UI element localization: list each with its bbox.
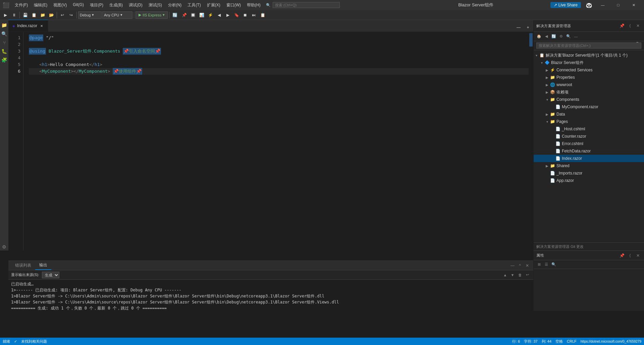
editor-expand-btn[interactable]: + xyxy=(524,23,532,31)
toolbar-icon-btn4[interactable]: ⚡ xyxy=(206,11,214,19)
search-input[interactable] xyxy=(273,2,340,8)
se-search-input[interactable] xyxy=(536,43,641,49)
se-pin-btn[interactable]: 📌 xyxy=(619,22,625,29)
toolbar-icon-btn5[interactable]: ◀ xyxy=(215,11,223,19)
editor-collapse-btn[interactable]: — xyxy=(515,23,523,31)
toolbar-icon-btn2[interactable]: 🔲 xyxy=(189,11,197,19)
toolbar-icon-btn6[interactable]: ▶ xyxy=(224,11,232,19)
data-node[interactable]: ▶ 📁 Data xyxy=(534,111,644,118)
activity-extensions[interactable]: 🧩 xyxy=(1,56,8,64)
toolbar-icon-btn7[interactable]: 🔖 xyxy=(232,11,240,19)
undo-button[interactable]: ↩ xyxy=(58,11,66,19)
debug-config-dropdown[interactable]: Debug ▾ xyxy=(78,11,102,19)
app-razor-node[interactable]: 📄 App.razor xyxy=(534,177,644,184)
output-wrap-btn[interactable]: ↩ xyxy=(524,272,531,278)
status-line[interactable]: 行: 6 xyxy=(512,339,520,344)
components-node[interactable]: ▾ 📁 Components xyxy=(534,96,644,103)
menu-view[interactable]: 视图(V) xyxy=(51,2,69,9)
maximize-button[interactable]: □ xyxy=(610,0,626,10)
user-avatar[interactable]: 🐼 xyxy=(586,2,592,8)
status-encoding[interactable]: CRLF xyxy=(567,339,577,343)
tab-error-list[interactable]: 错误列表 xyxy=(11,261,35,270)
close-button[interactable]: ✕ xyxy=(626,0,641,10)
menu-build[interactable]: 生成(B) xyxy=(107,2,125,9)
toolbar-run-btn[interactable]: ▶ xyxy=(1,11,9,19)
pages-node[interactable]: ▾ 📁 Pages xyxy=(534,118,644,125)
solution-node[interactable]: ▾ 📋 解决方案'Blazor Server组件'(1 个项目/共 1 个) xyxy=(534,52,644,59)
toolbar-icon-btn1[interactable]: 📌 xyxy=(180,11,188,19)
toolbar-icon-btn3[interactable]: 📊 xyxy=(198,11,206,19)
se-back-btn[interactable]: ◀ xyxy=(543,33,550,40)
toolbar-save-btn[interactable]: 💾 xyxy=(21,11,29,19)
toolbar-btn4[interactable]: 📂 xyxy=(47,11,55,19)
se-filter-btn[interactable]: 🔍 xyxy=(565,33,572,40)
output-down-btn[interactable]: ▼ xyxy=(509,272,516,278)
menu-file[interactable]: 文件(F) xyxy=(12,2,31,9)
error-cshtml-node[interactable]: 📄 Error.cshtml xyxy=(534,140,644,147)
index-razor-node[interactable]: 📄 Index.razor xyxy=(534,155,644,162)
tab-index-razor[interactable]: ◈ Index.razor ✕ xyxy=(8,20,48,31)
mycomponent-razor-node[interactable]: 📄 MyComponent.razor xyxy=(534,103,644,111)
output-clear-btn[interactable]: 🗑 xyxy=(517,272,523,278)
fetchdata-razor-node[interactable]: 📄 FetchData.razor xyxy=(534,147,644,155)
se-refresh-btn[interactable]: 🔄 xyxy=(550,33,557,40)
status-char[interactable]: 字符: 37 xyxy=(524,339,537,344)
bottom-close-btn[interactable]: ✕ xyxy=(524,262,531,269)
prop-pin-btn[interactable]: 📌 xyxy=(619,252,625,259)
counter-razor-node[interactable]: 📄 Counter.razor xyxy=(534,133,644,140)
activity-git[interactable]: ⑂ xyxy=(1,39,8,46)
connected-services-node[interactable]: ▶ ⚡ Connected Services xyxy=(534,66,644,74)
output-up-btn[interactable]: ▲ xyxy=(502,272,508,278)
toolbar-save-all-btn[interactable]: 📋 xyxy=(30,11,38,19)
prop-list-btn[interactable]: ☰ xyxy=(543,261,550,268)
activity-search[interactable]: 🔍 xyxy=(1,30,8,38)
menu-extensions[interactable]: 扩展(X) xyxy=(204,2,223,9)
toolbar-refresh-btn[interactable]: 🔄 xyxy=(171,11,179,19)
bottom-collapse-btn[interactable]: — xyxy=(509,262,516,269)
host-cshtml-node[interactable]: 📄 _Host.cshtml xyxy=(534,125,644,133)
bottom-expand-btn[interactable]: ^ xyxy=(517,262,523,269)
status-col[interactable]: 列: 44 xyxy=(542,339,551,344)
menu-project[interactable]: 项目(P) xyxy=(87,2,106,9)
code-editor[interactable]: 1 2 3 4 5 6 @page "/" @using Blazor_Serv… xyxy=(8,32,533,251)
prop-arrow-btn[interactable]: ⟨ xyxy=(627,252,633,259)
menu-window[interactable]: 窗口(W) xyxy=(224,2,244,9)
cpu-config-dropdown[interactable]: Any CPU ▾ xyxy=(102,11,132,19)
toolbar-icon-btn8[interactable]: ⏹ xyxy=(241,11,249,19)
toolbar-btn3[interactable]: 📁 xyxy=(39,11,47,19)
menu-test[interactable]: 测试(S) xyxy=(146,2,165,9)
toolbar-icon-btn10[interactable]: 📋 xyxy=(259,11,267,19)
activity-debug[interactable]: 🐛 xyxy=(1,48,8,55)
activity-explorer[interactable]: 📁 xyxy=(1,21,8,29)
shared-node[interactable]: ▶ 📁 Shared xyxy=(534,162,644,169)
prop-search-btn[interactable]: 🔍 xyxy=(550,261,557,268)
project-node[interactable]: ▾ 🔷 Blazor Server组件 xyxy=(534,59,644,66)
tab-close-btn[interactable]: ✕ xyxy=(39,23,44,28)
menu-edit[interactable]: 编辑(E) xyxy=(31,2,50,9)
code-content[interactable]: @page "/" @using Blazor_Server组件.Compone… xyxy=(23,32,529,251)
redo-button[interactable]: ↪ xyxy=(67,11,75,19)
status-text[interactable]: 未找到相关问题 xyxy=(21,339,47,344)
prop-close-btn[interactable]: ✕ xyxy=(635,252,641,259)
toolbar-icon-btn9[interactable]: ⏭ xyxy=(250,11,258,19)
status-branch[interactable]: 就绪 xyxy=(3,339,10,344)
tab-output[interactable]: 输出 xyxy=(35,261,51,270)
menu-tools[interactable]: 工具(T) xyxy=(185,2,203,9)
se-home-btn[interactable]: 🏠 xyxy=(536,33,542,40)
toolbar-pause-btn[interactable]: ⏸ xyxy=(10,11,18,19)
live-share-button[interactable]: ↗ Live Share xyxy=(550,2,581,8)
menu-debug[interactable]: 调试(D) xyxy=(126,2,145,9)
imports-razor-node[interactable]: 📄 _Imports.razor xyxy=(534,169,644,177)
output-source-select[interactable]: 生成 xyxy=(42,272,59,278)
run-iis-button[interactable]: ▶ IIS Express ▾ xyxy=(136,11,168,19)
menu-git[interactable]: Git(G) xyxy=(70,2,87,9)
properties-node[interactable]: ▶ 📁 Properties xyxy=(534,74,644,81)
se-collapse-btn[interactable]: — xyxy=(573,33,579,40)
minimize-button[interactable]: — xyxy=(595,0,610,10)
status-spaces[interactable]: 空格 xyxy=(555,339,563,344)
status-link[interactable]: https://dotnet.microsoft.com/0_47659279 xyxy=(581,340,641,343)
prop-grid-btn[interactable]: ⊞ xyxy=(536,261,542,268)
activity-settings[interactable]: ⚙ xyxy=(1,243,8,251)
se-close-btn[interactable]: ✕ xyxy=(635,22,641,29)
deps-node[interactable]: ▶ 📦 依赖项 xyxy=(534,88,644,96)
